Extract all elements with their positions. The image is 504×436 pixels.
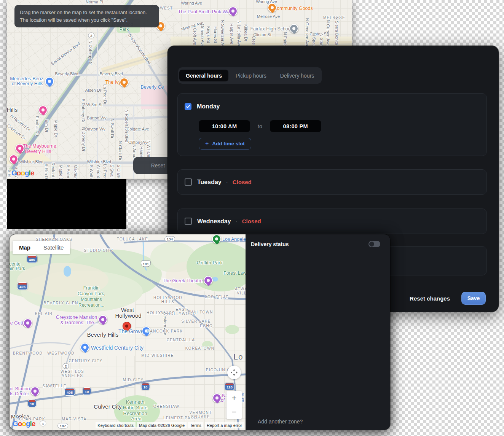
tuesday-checkbox[interactable] (185, 178, 192, 186)
map-label: MAR VISTA (62, 417, 87, 421)
closed-status: Closed (233, 179, 252, 185)
museum-icon[interactable] (212, 393, 222, 403)
map-label: Greystone Mansion (56, 315, 97, 320)
route-shield-134: 134 (164, 236, 175, 242)
pan-control[interactable] (227, 366, 241, 379)
map-label: WESTWOOD (47, 351, 75, 355)
map-type-satellite-button[interactable]: Satellite (37, 241, 70, 254)
monday-checkbox[interactable] (185, 103, 191, 110)
route-shield-2: 2 (62, 363, 69, 369)
map-label: ANGELES (62, 374, 83, 378)
map-label: N Genesee Ave (305, 18, 309, 48)
map-label: Orlando Ave (200, 24, 205, 47)
map-label: Community Goods (273, 6, 313, 11)
day-label: Monday (197, 103, 220, 110)
map-label: BRENTWOOD (13, 351, 43, 355)
terms-link[interactable]: Terms (188, 422, 203, 428)
delivery-status-header: Delivery status (246, 234, 390, 254)
google-logo-letter: e (30, 169, 34, 177)
map-label: Area (131, 416, 141, 422)
shopping-icon[interactable] (45, 77, 54, 86)
map-type-control: Map Satellite (13, 241, 70, 254)
map-label: VILLA (237, 291, 246, 295)
save-button[interactable]: Save (461, 292, 486, 305)
map-label: N Sierra Bonita A (335, 17, 339, 49)
report-map-error-link[interactable]: Report a map error (205, 422, 244, 428)
route-shield-10: 10 (83, 387, 91, 395)
map-label: Hollywood (115, 312, 141, 319)
map-label: N Doheny Dr (88, 40, 93, 65)
hotel-icon[interactable] (15, 144, 24, 153)
end-time-input[interactable]: 08:00 PM (270, 120, 321, 132)
castle-icon[interactable] (98, 315, 107, 324)
route-shield-2: 2 (88, 33, 94, 38)
google-logo-letter: o (21, 169, 25, 177)
start-time-input[interactable]: 10:00 AM (199, 120, 250, 132)
zoo-icon[interactable] (212, 234, 221, 243)
map-label: Fairfax High School (250, 26, 292, 32)
reset-changes-button[interactable]: Reset changes (410, 295, 450, 302)
map-label: Mountains (81, 297, 102, 302)
map-attribution: Keyboard shortcuts Map data ©2026 Google… (96, 422, 244, 428)
map-label: Beverly Blvd (55, 72, 78, 76)
map-label: MID-WILSHIRE (141, 353, 174, 358)
add-another-zone-link[interactable]: Add another zone? (258, 418, 303, 425)
map-type-map-button[interactable]: Map (13, 241, 37, 254)
hotel-icon[interactable] (9, 154, 18, 164)
hotel-icon[interactable] (38, 105, 48, 115)
zones-map[interactable]: SHERMAN OAKSTOLUCA LAKE134Los AngeleSTUD… (10, 234, 246, 430)
map-label: Cres (252, 36, 256, 45)
map-label: S Clark D (116, 164, 121, 179)
map-label: Melrose Ave (257, 14, 280, 19)
map-label: BEL AIR (35, 312, 53, 316)
map-label: Lo (233, 352, 243, 361)
map-label: Clifton Wy (128, 140, 147, 145)
route-shield-10: 10 (28, 399, 37, 407)
map-label: & Gardens: The... (61, 320, 98, 325)
tab-general-hours[interactable]: General hours (179, 70, 228, 81)
google-logo: Google (13, 420, 35, 428)
route-shield-405: 405 (27, 255, 37, 263)
delivery-status-toggle[interactable] (368, 241, 380, 247)
map-label: The Ivy (105, 80, 121, 85)
wednesday-checkbox[interactable] (185, 218, 192, 225)
map-label: N Swall Dr (110, 119, 115, 138)
map-label: CRENSHAW (153, 404, 179, 409)
map-label: Franklin (83, 285, 100, 291)
theatre-icon[interactable] (204, 276, 213, 285)
map-label: Dayton Wy (85, 127, 105, 131)
map-label: KOREATOWN (185, 346, 214, 350)
tab-delivery-hours[interactable]: Delivery hours (274, 70, 321, 81)
day-label: Tuesday (197, 179, 222, 186)
delivery-status-panel: Delivery status Add another zone? (246, 234, 390, 430)
zoom-in-button[interactable]: + (226, 391, 242, 405)
map-label: The Maybourne (23, 143, 56, 149)
map-label: N La Jolla Ave (237, 21, 241, 47)
school-icon[interactable] (289, 24, 298, 33)
map-label: Beverly Hills (25, 149, 51, 154)
google-logo: Google (11, 169, 34, 177)
zoom-out-button[interactable]: − (226, 405, 242, 419)
museum-icon[interactable] (23, 318, 32, 328)
add-time-slot-button[interactable]: + Add time slot (199, 138, 251, 150)
tab-pickup-hours[interactable]: Pickup hours (229, 70, 273, 81)
map-label: CENTRAL LA (167, 338, 195, 342)
map-label: Hahn State (123, 405, 147, 411)
map-label: Flores St (213, 26, 218, 43)
photo-spot-icon[interactable] (228, 6, 238, 16)
delivery-panel-footer: Add another zone? (246, 413, 390, 430)
hours-panel-footer: Reset changes Save (410, 292, 486, 305)
map-label: The Paul Smith Pink Wall (178, 9, 232, 14)
dot-separator: · (226, 179, 228, 185)
keyboard-shortcuts-link[interactable]: Keyboard shortcuts (96, 422, 136, 428)
map-reset-label: Reset (151, 162, 165, 169)
shopping-icon[interactable] (80, 343, 89, 352)
restaurant-icon[interactable] (120, 78, 129, 87)
map-instruction-tooltip: Drag the marker on the map to set the re… (14, 5, 159, 27)
map-label: N Curson Ave (326, 20, 330, 46)
map-label: Park (120, 27, 129, 32)
zoom-control: + − (226, 391, 242, 419)
map-label: HOLLYWOOD (153, 296, 182, 300)
cafe-icon[interactable] (268, 3, 277, 12)
museum-icon[interactable] (30, 387, 40, 396)
